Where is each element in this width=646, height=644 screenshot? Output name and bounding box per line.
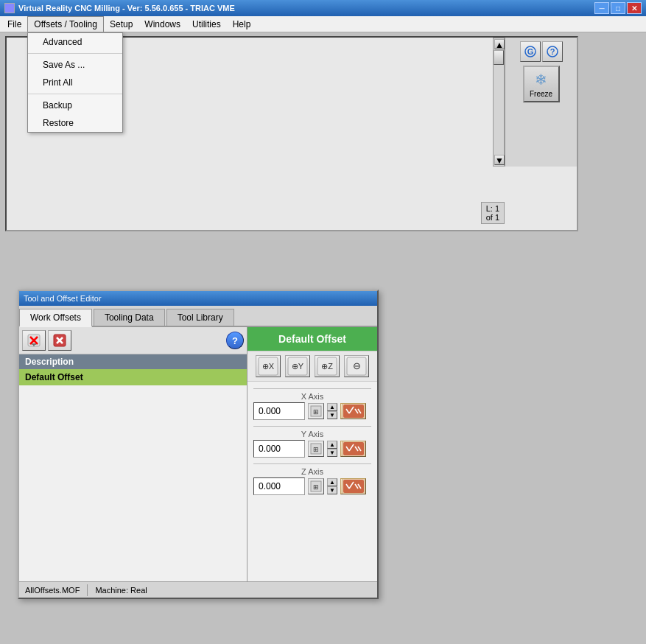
svg-text:⊕X: ⊕X <box>262 362 275 371</box>
menu-help[interactable]: Help <box>227 16 257 32</box>
svg-text:⊕Z: ⊕Z <box>321 362 333 371</box>
x-axis-divider <box>253 388 371 389</box>
y-axis-input-row: ⊞ ▲ ▼ <box>253 440 371 458</box>
svg-text:G: G <box>527 47 533 56</box>
x-axis-input[interactable] <box>253 402 305 420</box>
dropdown-menu: Advanced Save As ... Print All Backup Re… <box>27 32 123 133</box>
list-toolbar: ? <box>19 327 247 354</box>
z-set-button[interactable] <box>340 478 366 494</box>
offset-header: Default Offset <box>247 327 377 351</box>
svg-rect-21 <box>343 405 364 418</box>
y-spin-down[interactable]: ▼ <box>327 449 337 457</box>
title-bar: Virtual Reality CNC Milling - Ver: 5.56.… <box>0 0 646 16</box>
menu-print-all[interactable]: Print All <box>28 74 122 91</box>
status-filename: AllOffsets.MOF <box>25 586 80 595</box>
freeze-label: Freeze <box>530 90 552 98</box>
menu-utilities[interactable]: Utilities <box>186 16 227 32</box>
y-axis-input[interactable] <box>253 440 305 458</box>
separator-1 <box>28 53 122 54</box>
svg-text:⊖: ⊖ <box>353 360 361 371</box>
help-button[interactable]: ? <box>226 332 244 349</box>
svg-text:⊞: ⊞ <box>313 446 319 453</box>
toolbar-area: G ? ❄ Freeze <box>505 38 577 167</box>
svg-text:⊕Y: ⊕Y <box>292 362 304 371</box>
z-calc-button[interactable]: ⊞ <box>308 478 324 494</box>
menu-setup[interactable]: Setup <box>104 16 138 32</box>
tab-tool-library[interactable]: Tool Library <box>166 309 234 326</box>
menu-backup[interactable]: Backup <box>28 97 122 114</box>
x-calc-button[interactable]: ⊞ <box>308 403 324 419</box>
arrow-plus-z[interactable]: ⊕Z <box>315 355 340 377</box>
close-button[interactable]: ✕ <box>627 2 642 14</box>
z-spin-down[interactable]: ▼ <box>327 486 337 494</box>
menu-offsets-tooling[interactable]: Offsets / Tooling <box>27 16 104 32</box>
svg-text:?: ? <box>550 47 555 56</box>
menu-restore[interactable]: Restore <box>28 114 122 132</box>
separator-2 <box>28 94 122 94</box>
x-axis-spinner: ▲ ▼ <box>327 403 337 419</box>
y-axis-label: Y Axis <box>253 430 371 438</box>
app-icon <box>4 3 15 13</box>
menu-windows[interactable]: Windows <box>138 16 186 32</box>
svg-rect-37 <box>343 480 364 493</box>
of-value: 1 <box>495 213 499 222</box>
y-calc-button[interactable]: ⊞ <box>308 441 324 457</box>
x-spin-down[interactable]: ▼ <box>327 411 337 419</box>
arrow-minus[interactable]: ⊖ <box>344 355 369 377</box>
maximize-button[interactable]: □ <box>611 2 625 14</box>
editor-content: ? Description Default Offset Default Off… <box>19 327 377 589</box>
tabs-bar: Work Offsets Tooling Data Tool Library <box>19 306 377 327</box>
arrow-plus-x[interactable]: ⊕X <box>256 355 281 377</box>
z-axis-label: Z Axis <box>253 467 371 476</box>
minimize-button[interactable]: ─ <box>594 2 609 14</box>
freeze-button[interactable]: ❄ Freeze <box>523 66 560 102</box>
menu-advanced[interactable]: Advanced <box>28 33 122 51</box>
svg-text:⊞: ⊞ <box>313 408 319 416</box>
editor-status-bar: AllOffsets.MOF Machine: Real <box>19 581 377 598</box>
l-value: 1 <box>495 204 499 213</box>
z-axis-input[interactable] <box>253 477 305 495</box>
toolbar-button-1[interactable]: G <box>520 41 541 62</box>
arrow-buttons-row: ⊕X ⊕Y ⊕Z <box>247 351 377 382</box>
scroll-up-button[interactable]: ▲ <box>494 39 505 49</box>
tab-tooling-data[interactable]: Tooling Data <box>94 309 165 326</box>
list-item-default-offset[interactable]: Default Offset <box>19 369 247 385</box>
x-spin-up[interactable]: ▲ <box>327 403 337 411</box>
arrow-plus-y[interactable]: ⊕Y <box>285 355 310 377</box>
list-tool-btn-1[interactable] <box>22 330 46 351</box>
z-axis-spinner: ▲ ▼ <box>327 478 337 494</box>
title-bar-controls: ─ □ ✕ <box>594 2 642 14</box>
scroll-down-button[interactable]: ▼ <box>494 155 505 165</box>
x-set-button[interactable] <box>340 403 366 419</box>
status-machine: Machine: Real <box>95 586 147 595</box>
editor-window: Tool and Offset Editor Work Offsets Tool… <box>18 290 379 599</box>
list-header: Description <box>19 354 247 369</box>
toolbar-row-1: G ? <box>520 41 563 62</box>
scroll-thumb[interactable] <box>494 50 504 65</box>
z-axis-input-row: ⊞ ▲ ▼ <box>253 477 371 495</box>
left-panel: ? Description Default Offset <box>19 327 247 589</box>
menu-save-as[interactable]: Save As ... <box>28 56 122 74</box>
svg-rect-29 <box>343 442 364 455</box>
y-set-button[interactable] <box>340 441 366 457</box>
vertical-scrollbar[interactable]: ▲ ▼ <box>493 38 505 167</box>
freeze-snowflake-icon: ❄ <box>535 71 547 88</box>
z-axis-divider <box>253 463 371 464</box>
editor-title: Tool and Offset Editor <box>24 294 102 303</box>
title-bar-text: Virtual Reality CNC Milling - Ver: 5.56.… <box>18 4 235 13</box>
axis-controls: X Axis ⊞ ▲ ▼ <box>247 382 377 499</box>
right-panel: Default Offset ⊕X ⊕Y <box>247 327 377 589</box>
svg-text:⊞: ⊞ <box>313 483 319 491</box>
z-spin-up[interactable]: ▲ <box>327 478 337 486</box>
list-tool-btn-2[interactable] <box>48 330 71 351</box>
status-separator <box>87 584 88 596</box>
tab-work-offsets[interactable]: Work Offsets <box>19 309 92 327</box>
menu-file[interactable]: File <box>1 16 27 32</box>
menu-bar: File Offsets / Tooling Setup Windows Uti… <box>0 16 646 32</box>
y-spin-up[interactable]: ▲ <box>327 441 337 449</box>
toolbar-button-2[interactable]: ? <box>542 41 563 62</box>
editor-title-bar: Tool and Offset Editor <box>19 291 377 306</box>
x-axis-label: X Axis <box>253 392 371 401</box>
y-axis-spinner: ▲ ▼ <box>327 441 337 457</box>
of-label: of <box>486 213 493 222</box>
